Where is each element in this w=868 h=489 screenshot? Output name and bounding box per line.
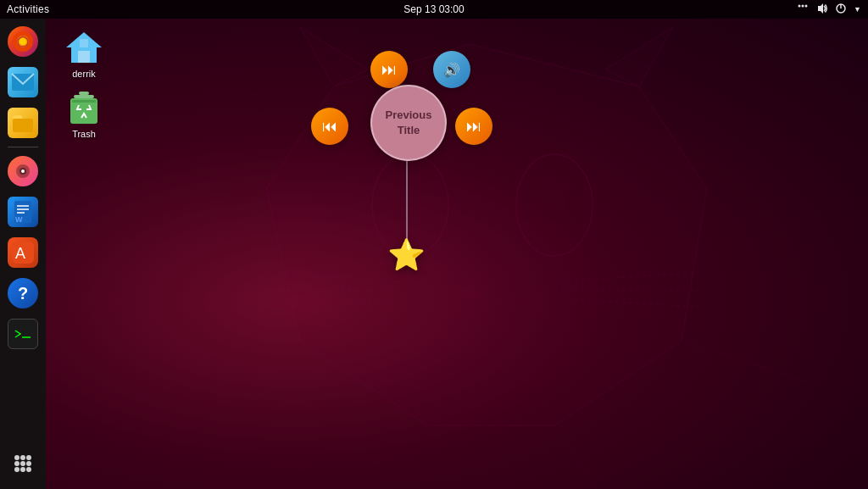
terminal-icon [8,319,38,349]
topbar: Activities Sep 13 03:00 ▼ [0,0,868,19]
svg-point-27 [26,461,31,466]
svg-point-22 [14,455,19,460]
sidebar-item-appgrid[interactable] [4,445,42,482]
svg-point-13 [21,169,25,173]
desktop-icons: derrik Trash [54,27,114,139]
svg-rect-10 [13,119,33,132]
svg-point-24 [26,455,31,460]
sidebar-item-terminal[interactable] [4,315,42,353]
svg-rect-51 [80,39,88,47]
sidebar: W A ? [0,19,46,489]
sidebar-item-writer[interactable]: W [4,193,42,231]
svg-rect-50 [78,51,90,63]
svg-marker-3 [818,3,823,14]
svg-point-26 [20,461,25,466]
writer-icon: W [8,197,38,227]
svg-text:A: A [15,245,25,262]
svg-line-47 [554,425,597,489]
power-icon[interactable] [835,3,847,17]
svg-point-25 [14,461,19,466]
rhythmbox-icon [8,156,38,186]
media-play-pause-button[interactable]: ⏭ [370,51,408,88]
media-label-line1: Previous [386,108,432,121]
svg-line-46 [342,425,427,489]
media-rewind-button[interactable]: ⏮ [311,108,348,145]
svg-rect-55 [79,92,89,95]
svg-point-1 [802,4,804,7]
sidebar-item-files[interactable] [4,104,42,142]
svg-rect-53 [72,100,96,103]
sidebar-item-email[interactable] [4,64,42,101]
svg-point-28 [14,467,19,472]
svg-point-30 [26,467,31,472]
email-icon [8,67,38,97]
svg-point-37 [542,171,567,239]
volume-icon: 🔊 [443,62,460,78]
play-pause-icon: ⏭ [381,61,397,79]
svg-marker-32 [300,27,368,86]
svg-line-48 [682,341,809,383]
topbar-dropdown-icon[interactable]: ▼ [854,5,861,14]
media-forward-button[interactable]: ⏭ [455,108,492,145]
svg-line-45 [131,341,300,400]
sidebar-item-firefox[interactable] [4,23,42,60]
svg-point-23 [20,455,25,460]
home-icon [64,27,103,66]
media-label-line2: Title [398,124,420,136]
svg-point-2 [805,4,808,7]
forward-icon: ⏭ [466,118,481,136]
media-main-circle[interactable]: Previous Title [370,85,447,161]
volume-icon[interactable] [816,3,828,17]
cat-silhouette [46,19,868,489]
activities-button[interactable]: Activities [7,3,49,15]
dock-separator [8,147,38,147]
sidebar-item-rhythmbox[interactable] [4,153,42,190]
files-icon [8,108,38,138]
topbar-left: Activities [7,3,49,15]
topbar-right: ▼ [796,3,861,17]
svg-point-29 [20,467,25,472]
svg-marker-31 [266,44,707,425]
svg-point-35 [398,171,423,239]
media-volume-button[interactable]: 🔊 [433,51,470,88]
rewind-icon: ⏮ [322,118,337,136]
appstore-icon: A [8,237,38,268]
firefox-icon [8,26,38,57]
trash-icon [64,87,103,126]
sidebar-item-help[interactable]: ? [4,275,42,312]
desktop-icon-trash-label: Trash [72,129,96,139]
media-main-label: Previous Title [386,108,432,138]
network-icon[interactable] [796,3,810,17]
desktop-icon-trash[interactable]: Trash [54,87,114,139]
help-icon: ? [8,278,38,308]
svg-point-0 [798,4,801,7]
svg-rect-54 [74,95,94,98]
svg-marker-33 [605,27,673,86]
appgrid-icon [8,448,38,479]
topbar-datetime: Sep 13 03:00 [403,3,464,15]
desktop: derrik Trash ⏭ [46,19,868,489]
svg-text:W: W [15,215,23,224]
media-star-button[interactable]: ⭐ [387,237,426,273]
sidebar-item-appstore[interactable]: A [4,234,42,271]
desktop-icon-derrik[interactable]: derrik [54,27,114,79]
svg-point-8 [19,38,26,45]
desktop-icon-derrik-label: derrik [72,69,96,79]
